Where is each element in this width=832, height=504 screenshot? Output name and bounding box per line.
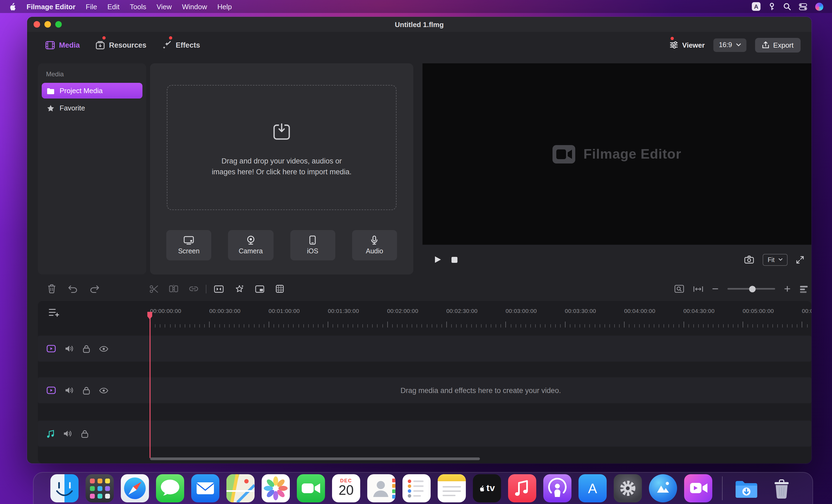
filmage-logo-icon [552, 145, 575, 163]
dock-filmage-editor-icon[interactable] [684, 474, 712, 502]
track-height-icon[interactable] [800, 285, 808, 293]
aspect-ratio-select[interactable]: 16:9 [713, 38, 747, 52]
video-track-row[interactable] [38, 336, 811, 362]
dock-filmage-screen-icon[interactable] [649, 474, 677, 502]
hide-track-icon[interactable] [99, 346, 108, 352]
dock-notes-icon[interactable] [438, 474, 466, 502]
zoom-button[interactable] [55, 21, 62, 28]
media-dropzone[interactable]: Drag and drop your videos, audios or ima… [167, 85, 396, 210]
close-button[interactable] [33, 21, 40, 28]
mute-track-icon[interactable] [63, 430, 72, 437]
mute-track-icon[interactable] [65, 345, 74, 352]
dock-facetime-icon[interactable] [297, 474, 325, 502]
audio-capture-button[interactable]: Audio [352, 230, 397, 260]
audio-track-row[interactable] [38, 421, 811, 447]
snapshot-camera-icon[interactable] [744, 256, 754, 264]
tab-effects[interactable]: Effects [163, 41, 200, 49]
ruler-tick [283, 324, 284, 327]
tab-resources[interactable]: Resources [96, 41, 147, 49]
effects-star-icon[interactable] [235, 285, 244, 293]
dock-launchpad-icon[interactable] [85, 474, 114, 502]
ruler-tick [703, 324, 704, 327]
lock-track-icon[interactable] [83, 345, 90, 353]
zoom-slider-handle[interactable] [749, 286, 756, 292]
dock-contacts-icon[interactable] [367, 474, 395, 502]
siri-icon[interactable] [815, 2, 823, 10]
fit-timeline-icon[interactable] [693, 286, 703, 292]
dock-safari-icon[interactable] [121, 474, 149, 502]
ruler-tick [511, 324, 511, 327]
zoom-to-frame-icon[interactable] [674, 285, 684, 293]
dock-calendar-icon[interactable]: DEC 20 [332, 474, 360, 502]
camera-icon [246, 236, 255, 245]
lock-track-icon[interactable] [81, 429, 88, 438]
delete-icon[interactable] [48, 284, 56, 293]
dock-messages-icon[interactable] [156, 474, 184, 502]
tab-media[interactable]: Media [46, 41, 80, 49]
spotlight-icon[interactable] [783, 3, 791, 10]
fullscreen-icon[interactable] [796, 256, 804, 263]
dock-finder-icon[interactable] [50, 474, 79, 502]
split-clip-icon[interactable] [169, 285, 178, 293]
ruler-tick [743, 322, 743, 327]
dock-settings-icon[interactable] [614, 474, 642, 502]
menu-edit[interactable]: Edit [107, 2, 120, 10]
pip-icon[interactable] [255, 285, 264, 293]
ios-capture-button[interactable]: iOS [290, 230, 335, 260]
dock-maps-icon[interactable] [227, 474, 255, 502]
dock-trash-icon[interactable] [768, 474, 796, 502]
dock-music-icon[interactable] [508, 474, 536, 502]
key-icon[interactable] [769, 3, 775, 10]
apple-menu-icon[interactable] [9, 2, 16, 10]
ruler-tick [471, 324, 471, 327]
timeline-scrollbar[interactable] [150, 457, 480, 460]
mosaic-icon[interactable] [276, 285, 284, 293]
menu-help[interactable]: Help [217, 2, 232, 10]
dock-photos-icon[interactable] [262, 474, 290, 502]
dock-reminders-icon[interactable] [402, 474, 431, 502]
control-center-icon[interactable] [799, 3, 807, 10]
dock-downloads-icon[interactable] [732, 474, 760, 502]
mute-track-icon[interactable] [65, 387, 74, 394]
export-button[interactable]: Export [755, 37, 801, 52]
zoom-out-icon[interactable] [712, 286, 718, 292]
ruler-tick [338, 324, 338, 327]
camera-capture-button[interactable]: Camera [228, 230, 274, 260]
sidebar-item-favorite[interactable]: Favorite [42, 100, 142, 116]
dock-podcasts-icon[interactable] [543, 474, 571, 502]
input-source-icon[interactable]: A [752, 2, 760, 11]
ruler-tick [323, 324, 323, 327]
redo-icon[interactable] [90, 285, 99, 293]
viewer-button[interactable]: Viewer [670, 41, 705, 49]
timeline-zoom-slider[interactable] [727, 288, 775, 290]
dock-appletv-icon[interactable]: tv [473, 474, 501, 502]
fit-mode-select[interactable]: Fit [763, 254, 787, 266]
menu-view[interactable]: View [157, 2, 172, 10]
undo-icon[interactable] [68, 285, 77, 293]
menubar-app-name[interactable]: Filmage Editor [27, 2, 76, 10]
timeline: 00:00:00:00 00:00:30:00 00:01:00:00 00:0… [38, 301, 811, 463]
add-track-button[interactable] [49, 308, 59, 317]
ruler-label: 00:04:00:00 [624, 308, 655, 314]
timeline-ruler[interactable]: 00:00:00:00 00:00:30:00 00:01:00:00 00:0… [150, 304, 811, 329]
ruler-tick [422, 324, 422, 327]
hide-track-icon[interactable] [99, 387, 108, 393]
lock-track-icon[interactable] [83, 386, 90, 394]
minimize-button[interactable] [45, 21, 51, 28]
dock-mail-icon[interactable] [191, 474, 219, 502]
stop-button[interactable] [451, 256, 458, 263]
link-clip-icon[interactable] [189, 286, 198, 291]
play-button[interactable] [435, 256, 441, 264]
cut-scissors-icon[interactable] [150, 285, 158, 293]
menu-file[interactable]: File [86, 2, 97, 10]
screen-capture-button[interactable]: Screen [166, 230, 211, 260]
dock-appstore-icon[interactable]: A [578, 474, 607, 502]
zoom-in-icon[interactable] [784, 286, 790, 292]
transition-icon[interactable] [214, 285, 224, 293]
sidebar-item-label: Project Media [59, 87, 103, 95]
ruler-tick [644, 324, 644, 327]
menu-window[interactable]: Window [182, 2, 207, 10]
ruler-tick [555, 324, 555, 327]
sidebar-item-project-media[interactable]: Project Media [42, 83, 142, 99]
menu-tools[interactable]: Tools [130, 2, 146, 10]
